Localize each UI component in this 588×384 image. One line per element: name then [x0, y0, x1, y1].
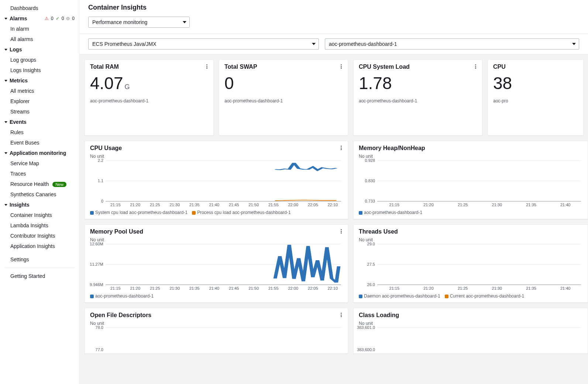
sidebar-item-explorer[interactable]: Explorer [0, 96, 79, 106]
metric-number: 4.07 [90, 73, 123, 93]
legend-item: Process cpu load aoc-prometheus-dashboar… [192, 210, 290, 215]
metric-value: 38 [493, 73, 578, 93]
line-chart-svg [106, 160, 341, 201]
sidebar-item-settings[interactable]: Settings [0, 254, 79, 265]
caret-down-icon [4, 204, 7, 206]
sidebar: Dashboards Alarms ⚠0 ✓0 ⊝0 In alarm All … [0, 0, 79, 384]
sidebar-group-app-monitoring[interactable]: Application monitoring [0, 148, 79, 158]
sidebar-group-insights[interactable]: Insights [0, 200, 79, 210]
new-badge: New [52, 182, 66, 187]
sidebar-item-logs-insights[interactable]: Logs Insights [0, 65, 79, 75]
y-tick: 12.60M [90, 242, 103, 246]
view-selector[interactable]: Performance monitoring [88, 17, 190, 28]
sidebar-item-event-buses[interactable]: Event Buses [0, 137, 79, 148]
sidebar-item-streams[interactable]: Streams [0, 106, 79, 117]
x-tick: 21:40 [548, 286, 582, 290]
y-tick: 0.928 [365, 158, 375, 163]
sidebar-item-resource-health[interactable]: Resource Health New [0, 179, 79, 189]
x-tick: 21:55 [264, 286, 283, 290]
y-tick: 26.0 [367, 282, 375, 287]
legend-item: aoc-prometheus-dashboard-1 [359, 210, 422, 215]
x-axis: 21:1521:2021:2521:3021:3521:40 [377, 203, 582, 207]
card-menu-button[interactable] [338, 228, 344, 234]
x-tick: 22:10 [323, 286, 343, 290]
x-tick: 22:05 [303, 286, 323, 290]
caret-down-icon [4, 80, 7, 82]
card-menu-button[interactable] [338, 64, 344, 69]
chart-legend: System cpu load aoc-prometheus-dashboard… [90, 210, 343, 215]
y-tick: 78.0 [96, 325, 103, 330]
chart-unit-label: No unit [359, 237, 582, 242]
legend-item: Current aoc-prometheus-dashboard-1 [445, 293, 524, 299]
x-tick: 22:00 [283, 286, 303, 290]
sidebar-item-getting-started[interactable]: Getting Started [0, 271, 79, 281]
caret-down-icon [4, 152, 7, 154]
y-tick: 11.27M [90, 262, 103, 266]
view-selector-value: Performance monitoring [92, 19, 147, 25]
metric-number: 0 [224, 73, 234, 93]
x-tick: 21:35 [185, 286, 204, 290]
metric-sub: aoc-prometheus-dashboard-1 [224, 98, 343, 103]
chart-row-3: Open File Descriptors No unit 78.0 77.0 … [85, 308, 588, 354]
x-tick: 21:15 [106, 203, 125, 207]
metric-type-selector[interactable]: ECS Prometheus Java/JMX [88, 38, 319, 50]
card-menu-button[interactable] [338, 312, 344, 318]
chart-legend: Daemon aoc-prometheus-dashboard-1 Curren… [359, 293, 582, 299]
card-menu-button[interactable] [338, 145, 344, 151]
sidebar-item-all-metrics[interactable]: All metrics [0, 86, 79, 96]
sidebar-group-metrics[interactable]: Metrics [0, 75, 79, 86]
caret-down-icon [4, 49, 7, 51]
legend-swatch [359, 211, 362, 215]
card-title: CPU System Load [359, 64, 477, 70]
card-menu-button[interactable] [204, 64, 210, 69]
sidebar-group-alarms[interactable]: Alarms ⚠0 ✓0 ⊝0 [0, 13, 79, 24]
sidebar-app-monitoring-label: Application monitoring [10, 150, 66, 156]
sidebar-item-all-alarms[interactable]: All alarms [0, 34, 79, 44]
x-tick: 21:25 [145, 203, 165, 207]
x-tick: 21:15 [377, 286, 412, 290]
resource-health-label: Resource Health [10, 181, 49, 187]
card-title: CPU [493, 64, 578, 70]
chart-card-threads: Threads Used No unit 29.0 27.5 26.0 21:1… [353, 224, 588, 303]
sidebar-item-traces[interactable]: Traces [0, 169, 79, 179]
x-tick: 21:45 [224, 203, 244, 207]
sidebar-item-dashboards[interactable]: Dashboards [0, 3, 79, 13]
sidebar-item-contributor-insights[interactable]: Contributor Insights [0, 231, 79, 241]
legend-swatch [445, 295, 448, 298]
metric-number: 1.78 [359, 73, 392, 93]
x-axis: 21:1521:2021:2521:3021:3521:4021:4521:50… [106, 203, 343, 207]
sidebar-item-application-insights[interactable]: Application Insights [0, 241, 79, 251]
sidebar-item-synthetics[interactable]: Synthetics Canaries [0, 189, 79, 200]
sidebar-item-lambda-insights[interactable]: Lambda Insights [0, 220, 79, 231]
sidebar-item-container-insights[interactable]: Container Insights [0, 210, 79, 220]
card-menu-button[interactable] [472, 64, 478, 69]
chevron-down-icon [312, 43, 316, 45]
chevron-down-icon [183, 21, 186, 23]
metric-value: 4.07G [90, 73, 208, 93]
main-header: Container Insights Performance monitorin… [79, 0, 588, 34]
chart-card-class-loading: Class Loading No unit 383,601.0 383,600.… [353, 308, 588, 354]
chevron-down-icon [572, 43, 576, 45]
card-title: Open File Descriptors [90, 312, 343, 319]
sidebar-group-logs[interactable]: Logs [0, 44, 79, 55]
alarm-insufficient-icon: ⊝ [66, 16, 70, 21]
chart-plot-area: 383,601.0 383,600.0 [377, 327, 581, 350]
x-tick: 21:40 [204, 286, 224, 290]
metric-cards-row: Total RAM 4.07G aoc-prometheus-dashboard… [85, 60, 588, 136]
x-tick: 21:40 [548, 203, 582, 207]
sidebar-item-service-map[interactable]: Service Map [0, 158, 79, 169]
resource-selector[interactable]: aoc-prometheus-dashboard-1 [325, 38, 579, 50]
chart-plot-area: 2.2 1.1 0 [106, 160, 341, 201]
sidebar-item-log-groups[interactable]: Log groups [0, 55, 79, 65]
chart-unit-label: No unit [90, 321, 343, 326]
sidebar-item-in-alarm[interactable]: In alarm [0, 24, 79, 34]
sidebar-item-rules[interactable]: Rules [0, 127, 79, 137]
page-title: Container Insights [88, 4, 579, 11]
sidebar-group-events[interactable]: Events [0, 117, 79, 127]
filter-row: ECS Prometheus Java/JMX aoc-prometheus-d… [79, 34, 588, 54]
metric-card-total-swap: Total SWAP 0 aoc-prometheus-dashboard-1 [219, 60, 348, 136]
legend-item: aoc-prometheus-dashboard-1 [90, 293, 154, 299]
chart-unit-label: No unit [359, 154, 582, 159]
metric-card-cpu-system-load: CPU System Load 1.78 aoc-prometheus-dash… [353, 60, 482, 136]
chart-row-2: Memory Pool Used No unit 12.60M 11.27M 9… [85, 224, 588, 303]
